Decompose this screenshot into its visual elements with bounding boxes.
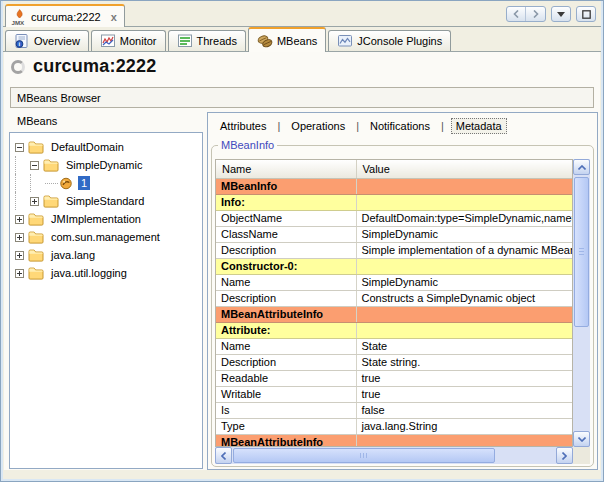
table-row[interactable]: ObjectNameDefaultDomain:type=SimpleDynam… bbox=[216, 210, 572, 226]
plugins-icon bbox=[337, 33, 353, 49]
expand-icon[interactable] bbox=[15, 233, 24, 242]
overview-icon: i bbox=[14, 33, 30, 49]
expand-icon[interactable] bbox=[15, 269, 24, 278]
tree-panel-title: MBeans bbox=[17, 115, 57, 127]
maximize-icon bbox=[582, 10, 591, 19]
tree-indent-guide bbox=[15, 156, 30, 174]
cell-name: Writable bbox=[216, 386, 356, 402]
table-row[interactable]: DescriptionSimple implementation of a dy… bbox=[216, 242, 572, 258]
tab-notifications[interactable]: Notifications bbox=[366, 119, 434, 133]
tab-scroll-buttons bbox=[506, 6, 546, 22]
jmx-icon: JMX bbox=[11, 9, 27, 25]
next-tab-button[interactable] bbox=[526, 7, 545, 21]
table-row[interactable]: Writabletrue bbox=[216, 386, 572, 402]
table-row[interactable]: Constructor-0: bbox=[216, 258, 572, 274]
tab-metadata[interactable]: Metadata bbox=[451, 118, 507, 134]
tree-node-defaultdomain[interactable]: DefaultDomain bbox=[10, 138, 202, 156]
chevron-left-icon bbox=[221, 452, 226, 460]
tab-overview[interactable]: iOverview bbox=[5, 30, 89, 51]
collapse-icon[interactable] bbox=[15, 143, 24, 152]
tree-node-simplestandard[interactable]: SimpleStandard bbox=[10, 192, 202, 210]
tree-node-java-lang[interactable]: java.lang bbox=[10, 246, 202, 264]
table-row[interactable]: Attribute: bbox=[216, 322, 572, 338]
expand-icon[interactable] bbox=[30, 197, 39, 206]
connection-tab[interactable]: JMX curcuma:2222 x bbox=[5, 4, 125, 27]
horizontal-scroll-thumb[interactable] bbox=[233, 448, 495, 463]
table-row[interactable]: DescriptionConstructs a SimpleDynamic ob… bbox=[216, 290, 572, 306]
table-row[interactable]: Isfalse bbox=[216, 402, 572, 418]
tree-node-label: SimpleStandard bbox=[63, 194, 147, 208]
tab-attributes[interactable]: Attributes bbox=[216, 119, 270, 133]
mbean-detail-panel: Attributes|Operations|Notifications|Meta… bbox=[207, 112, 598, 470]
tree-node-com-sun-management[interactable]: com.sun.management bbox=[10, 228, 202, 246]
tree-node-1[interactable]: 1 bbox=[10, 174, 202, 192]
cell-name: Attribute: bbox=[216, 322, 356, 338]
cell-value: Simple implementation of a dynamic MBean… bbox=[356, 242, 572, 258]
folder-icon bbox=[43, 158, 59, 173]
table-row[interactable]: MBeanAttributeInfo bbox=[216, 306, 572, 322]
collapse-icon[interactable] bbox=[30, 161, 39, 170]
table-row[interactable]: MBeanInfo bbox=[216, 178, 572, 194]
tab-label: Monitor bbox=[120, 35, 157, 47]
chevron-right-icon bbox=[562, 452, 567, 460]
tree-indent-guide bbox=[15, 174, 30, 192]
column-header-value[interactable]: Value bbox=[356, 160, 572, 178]
scroll-right-button[interactable] bbox=[556, 447, 573, 464]
metadata-scrollpane: NameValue MBeanInfoInfo:ObjectNameDefaul… bbox=[215, 159, 590, 464]
cell-name: Info: bbox=[216, 194, 356, 210]
tab-list-dropdown-button[interactable] bbox=[551, 6, 571, 22]
tab-label: JConsole Plugins bbox=[357, 35, 442, 47]
tree-node-java-util-logging[interactable]: java.util.logging bbox=[10, 264, 202, 282]
tab-separator: | bbox=[356, 120, 359, 132]
cell-value: State bbox=[356, 338, 572, 354]
expand-icon[interactable] bbox=[15, 215, 24, 224]
scroll-left-button[interactable] bbox=[215, 447, 232, 464]
scroll-up-button[interactable] bbox=[573, 159, 590, 175]
tab-jconsole-plugins[interactable]: JConsole Plugins bbox=[328, 30, 451, 51]
connection-tab-label: curcuma:2222 bbox=[31, 11, 101, 23]
connection-header: curcuma:2222 bbox=[11, 56, 156, 77]
mbeans-browser-label: MBeans Browser bbox=[17, 92, 101, 104]
cell-value bbox=[356, 322, 572, 338]
table-row[interactable]: ClassNameSimpleDynamic bbox=[216, 226, 572, 242]
mbean-tree[interactable]: DefaultDomainSimpleDynamic1SimpleStandar… bbox=[9, 132, 203, 469]
folder-icon bbox=[28, 212, 44, 227]
cell-value: false bbox=[356, 402, 572, 418]
prev-tab-button[interactable] bbox=[507, 7, 526, 21]
cell-value: DefaultDomain:type=SimpleDynamic,name=1 bbox=[356, 210, 572, 226]
cell-name: MBeanInfo bbox=[216, 178, 356, 194]
cell-value: true bbox=[356, 370, 572, 386]
table-row[interactable]: MBeanAttributeInfo bbox=[216, 434, 572, 447]
horizontal-scrollbar[interactable] bbox=[215, 447, 573, 464]
chevron-up-icon bbox=[578, 165, 586, 170]
cell-name: Type bbox=[216, 418, 356, 434]
table-row[interactable]: Info: bbox=[216, 194, 572, 210]
mbean-tab-bar: Attributes|Operations|Notifications|Meta… bbox=[216, 117, 507, 134]
tab-mbeans[interactable]: MBeans bbox=[248, 27, 326, 52]
close-tab-icon[interactable]: x bbox=[111, 11, 117, 23]
tab-separator: | bbox=[441, 120, 444, 132]
scroll-down-button[interactable] bbox=[573, 431, 590, 447]
cell-value: java.lang.String bbox=[356, 418, 572, 434]
table-row[interactable]: DescriptionState string. bbox=[216, 354, 572, 370]
tree-node-simpledynamic[interactable]: SimpleDynamic bbox=[10, 156, 202, 174]
maximize-button[interactable] bbox=[576, 6, 596, 22]
mbean-icon bbox=[58, 176, 74, 191]
tab-threads[interactable]: Threads bbox=[168, 30, 246, 51]
tab-operations[interactable]: Operations bbox=[287, 119, 349, 133]
vertical-scroll-thumb[interactable] bbox=[574, 177, 589, 327]
vertical-scrollbar[interactable] bbox=[573, 159, 590, 447]
column-header-name[interactable]: Name bbox=[216, 160, 356, 178]
tree-connector bbox=[45, 183, 58, 184]
tab-label: MBeans bbox=[277, 35, 317, 47]
tree-node-jmimplementation[interactable]: JMImplementation bbox=[10, 210, 202, 228]
expand-icon[interactable] bbox=[15, 251, 24, 260]
tab-label: Threads bbox=[197, 35, 237, 47]
table-row[interactable]: NameSimpleDynamic bbox=[216, 274, 572, 290]
table-row[interactable]: NameState bbox=[216, 338, 572, 354]
tab-monitor[interactable]: Monitor bbox=[91, 30, 166, 51]
table-row[interactable]: Readabletrue bbox=[216, 370, 572, 386]
table-row[interactable]: Typejava.lang.String bbox=[216, 418, 572, 434]
cell-name: ClassName bbox=[216, 226, 356, 242]
cell-value bbox=[356, 434, 572, 447]
